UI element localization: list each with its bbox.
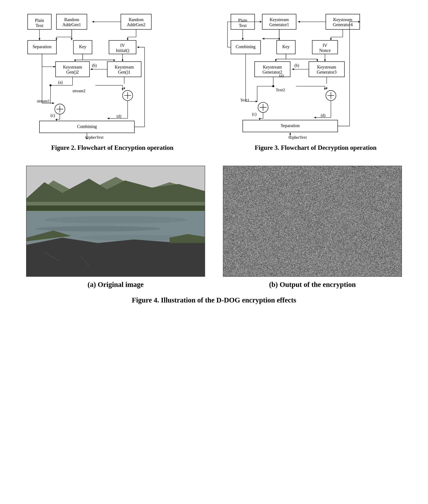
figure2-container: Plain Text Random AddrGen1 Random AddrGe… xyxy=(14,11,210,151)
svg-marker-43 xyxy=(92,21,94,23)
svg-marker-157 xyxy=(256,101,258,102)
decryption-flowchart: Plain Text Keystream Generator1 Keystrea… xyxy=(221,11,411,140)
svg-point-189 xyxy=(35,226,161,231)
svg-text:Text2: Text2 xyxy=(276,88,285,92)
svg-marker-182 xyxy=(260,21,262,23)
svg-text:(c): (c) xyxy=(252,112,257,116)
svg-marker-54 xyxy=(113,60,115,62)
svg-text:Key: Key xyxy=(79,44,87,49)
svg-marker-35 xyxy=(56,38,57,40)
svg-marker-123 xyxy=(242,38,244,40)
svg-rect-186 xyxy=(26,206,205,211)
svg-text:Keystream: Keystream xyxy=(270,17,289,22)
svg-text:IV: IV xyxy=(323,43,327,48)
svg-text:Keystream: Keystream xyxy=(263,65,282,69)
original-image-placeholder xyxy=(26,166,205,277)
svg-text:Generator1: Generator1 xyxy=(269,22,289,27)
svg-marker-75 xyxy=(123,88,125,90)
svg-text:Random: Random xyxy=(129,17,143,22)
svg-text:CipherText: CipherText xyxy=(85,135,104,140)
svg-marker-191 xyxy=(26,238,205,277)
svg-marker-50 xyxy=(74,60,76,62)
svg-marker-162 xyxy=(326,88,328,90)
svg-marker-91 xyxy=(137,46,139,48)
svg-marker-170 xyxy=(259,118,261,120)
svg-marker-37 xyxy=(71,38,73,40)
svg-marker-134 xyxy=(330,38,332,40)
svg-marker-46 xyxy=(53,66,56,67)
svg-marker-126 xyxy=(262,38,264,40)
svg-text:Generator3: Generator3 xyxy=(317,70,337,74)
svg-text:Combining: Combining xyxy=(77,124,97,129)
figure2-caption: Figure 2. Flowchart of Encryption operat… xyxy=(51,144,173,151)
svg-text:Initial(): Initial() xyxy=(116,48,129,53)
svg-text:AddrGen2: AddrGen2 xyxy=(127,22,146,27)
svg-marker-138 xyxy=(275,60,277,62)
svg-text:(d): (d) xyxy=(321,113,325,118)
svg-text:Nonce: Nonce xyxy=(319,48,331,53)
svg-marker-130 xyxy=(298,21,300,23)
svg-text:stream2: stream2 xyxy=(73,89,85,93)
svg-marker-128 xyxy=(278,38,280,40)
svg-text:Text1: Text1 xyxy=(240,98,249,102)
svg-text:(a): (a) xyxy=(279,73,284,78)
svg-point-188 xyxy=(44,216,188,223)
svg-text:Gen()1: Gen()1 xyxy=(118,70,131,75)
svg-text:Gen()2: Gen()2 xyxy=(66,70,79,75)
svg-text:Keystream: Keystream xyxy=(63,65,82,69)
svg-text:Combining: Combining xyxy=(236,44,255,49)
svg-text:Text: Text xyxy=(36,23,43,28)
svg-text:(b): (b) xyxy=(92,63,97,68)
svg-text:CipherText: CipherText xyxy=(288,135,307,140)
svg-text:Random: Random xyxy=(64,17,79,22)
figure3-caption: Figure 3. Flowchart of Decryption operat… xyxy=(255,144,377,151)
svg-text:(d): (d) xyxy=(117,114,122,118)
svg-text:Text: Text xyxy=(239,23,247,28)
figure3-container: Plain Text Keystream Generator1 Keystrea… xyxy=(218,11,414,151)
encrypted-image-label: (b) Output of the encryption xyxy=(269,280,356,289)
svg-text:Plain: Plain xyxy=(35,18,44,23)
original-image-panel: (a) Original image xyxy=(17,166,214,289)
svg-marker-62 xyxy=(90,68,92,70)
svg-text:Separation: Separation xyxy=(33,44,51,49)
svg-text:(a): (a) xyxy=(58,80,63,84)
svg-text:(b): (b) xyxy=(295,63,299,68)
image-row: (a) Original image (b) Output of the enc… xyxy=(14,166,414,289)
svg-text:IV: IV xyxy=(120,43,125,48)
svg-text:Plain: Plain xyxy=(238,18,247,23)
svg-marker-56 xyxy=(122,60,123,62)
svg-marker-83 xyxy=(56,119,57,121)
svg-marker-173 xyxy=(289,132,291,134)
svg-text:Key: Key xyxy=(282,44,290,49)
original-image-label: (a) Original image xyxy=(88,280,143,289)
image-section: (a) Original image (b) Output of the enc… xyxy=(14,166,414,304)
svg-marker-41 xyxy=(127,38,128,40)
svg-text:Keystream: Keystream xyxy=(115,65,134,69)
figures-row: Plain Text Random AddrGen1 Random AddrGe… xyxy=(14,11,414,151)
figure4-caption: Figure 4. Illustration of the D-DOG encr… xyxy=(132,296,296,304)
svg-marker-31 xyxy=(39,38,40,40)
encryption-flowchart: Plain Text Random AddrGen1 Random AddrGe… xyxy=(17,11,207,140)
svg-marker-142 xyxy=(317,60,318,62)
encrypted-image-placeholder xyxy=(223,166,402,277)
svg-text:(c): (c) xyxy=(50,113,55,118)
svg-marker-146 xyxy=(292,68,294,70)
svg-marker-78 xyxy=(107,118,109,119)
svg-marker-165 xyxy=(314,117,316,118)
svg-text:Keystream: Keystream xyxy=(333,17,352,22)
svg-text:Separation: Separation xyxy=(281,123,300,128)
svg-marker-144 xyxy=(324,60,326,62)
svg-marker-67 xyxy=(122,88,123,90)
svg-marker-153 xyxy=(324,88,326,90)
page-content: Plain Text Random AddrGen1 Random AddrGe… xyxy=(14,11,414,304)
noise-canvas xyxy=(223,166,402,277)
svg-text:stream1: stream1 xyxy=(37,99,50,103)
encrypted-image-panel: (b) Output of the encryption xyxy=(214,166,411,289)
svg-text:Keystream: Keystream xyxy=(317,65,336,69)
original-image-svg xyxy=(26,166,205,277)
svg-text:AddrGen1: AddrGen1 xyxy=(62,22,81,27)
